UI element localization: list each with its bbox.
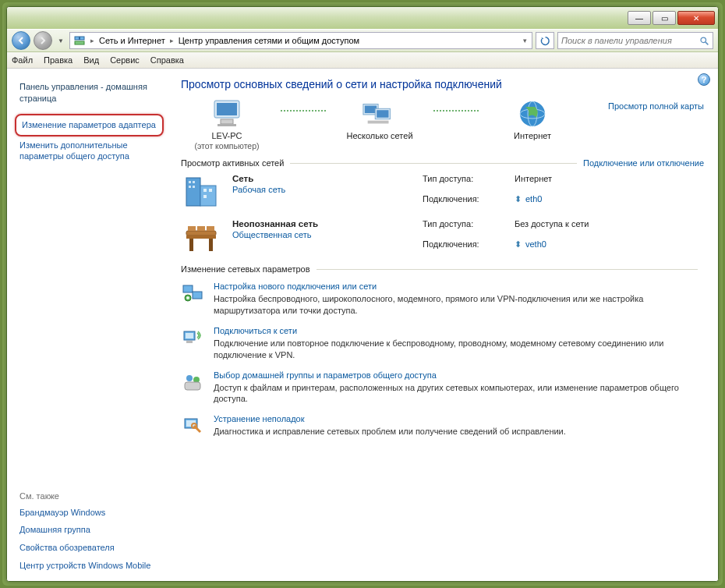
full-map-link[interactable]: Просмотр полной карты	[608, 101, 704, 111]
setting-troubleshoot: Устранение неполадок Диагностика и испра…	[181, 414, 704, 437]
main-content: ? Просмотр основных сведений о сети и на…	[167, 69, 718, 581]
map-pc[interactable]: LEV-PC (этот компьютер)	[181, 98, 273, 151]
svg-rect-19	[193, 181, 195, 183]
net2-access-label: Тип доступа:	[423, 219, 508, 236]
setting-connect-link[interactable]: Подключиться к сети	[214, 326, 704, 335]
network-panel-icon	[73, 34, 86, 47]
page-title: Просмотр основных сведений о сети и наст…	[181, 78, 704, 90]
setting-troubleshoot-desc: Диагностика и исправление сетевых пробле…	[214, 426, 566, 437]
svg-rect-37	[186, 333, 193, 338]
work-network-icon	[181, 174, 221, 211]
nav-row: ▼ ▸ Сеть и Интернет ▸ Центр управления с…	[7, 29, 718, 52]
net1-conn-label: Подключения:	[423, 194, 508, 211]
menu-file[interactable]: Файл	[12, 55, 33, 65]
svg-rect-0	[75, 37, 80, 40]
forward-button[interactable]	[34, 31, 52, 50]
net1-access-value: Интернет	[515, 174, 704, 191]
net1-access-label: Тип доступа:	[423, 174, 508, 191]
svg-rect-28	[189, 239, 193, 251]
globe-icon	[515, 98, 550, 129]
svg-point-3	[701, 37, 706, 43]
setting-new-conn-link[interactable]: Настройка нового подключения или сети	[214, 282, 704, 291]
setting-connect: Подключиться к сети Подключение или повт…	[181, 326, 704, 361]
nav-history-dropdown[interactable]: ▼	[55, 33, 66, 48]
network-map: LEV-PC (этот компьютер) Несколько сетей …	[181, 98, 704, 151]
maximize-button[interactable]: ▭	[652, 11, 676, 25]
sidebar-item-homegroup[interactable]: Домашняя группа	[15, 521, 164, 539]
map-multi[interactable]: Несколько сетей	[334, 98, 426, 141]
sidebar: Панель управления - домашняя страница Из…	[7, 69, 167, 581]
refresh-button[interactable]	[536, 32, 554, 49]
net2-conn-link[interactable]: ⬍veth0	[515, 239, 704, 257]
change-settings-header: Изменение сетевых параметров	[181, 264, 310, 274]
setting-homegroup: Выбор домашней группы и параметров общег…	[181, 370, 704, 406]
setting-homegroup-link[interactable]: Выбор домашней группы и параметров общег…	[214, 370, 704, 380]
svg-rect-26	[186, 231, 216, 236]
titlebar: — ▭ ✕	[7, 7, 718, 29]
network-item-1: Сеть Рабочая сеть Тип доступа: Интернет …	[181, 174, 704, 211]
menu-view[interactable]: Вид	[83, 55, 99, 65]
svg-rect-7	[221, 119, 233, 124]
search-input[interactable]	[561, 36, 699, 45]
net2-conn-label: Подключения:	[423, 239, 508, 257]
net2-access-value: Без доступа к сети	[515, 219, 704, 236]
svg-rect-27	[186, 236, 216, 239]
menu-service[interactable]: Сервис	[110, 55, 140, 65]
svg-rect-13	[368, 121, 389, 124]
connect-disconnect-link[interactable]: Подключение или отключение	[583, 158, 704, 168]
active-networks-header: Просмотр активных сетей	[181, 158, 284, 168]
net1-title: Сеть	[232, 174, 412, 183]
setting-homegroup-desc: Доступ к файлам и принтерам, расположенн…	[214, 382, 704, 406]
sidebar-item-ie-options[interactable]: Свойства обозревателя	[15, 539, 164, 557]
adapter-icon: ⬍	[515, 239, 522, 249]
svg-rect-32	[207, 226, 214, 231]
setting-connect-desc: Подключение или повторное подключение к …	[214, 338, 704, 361]
svg-rect-33	[183, 285, 193, 292]
sidebar-item-adapter-settings[interactable]: Изменение параметров адаптера	[15, 114, 164, 136]
net2-type-link[interactable]: Общественная сеть	[232, 230, 312, 239]
sidebar-item-sharing-settings[interactable]: Изменить дополнительные параметры общего…	[15, 136, 164, 166]
new-connection-icon	[181, 282, 204, 305]
breadcrumb-dropdown-icon[interactable]: ▾	[522, 37, 529, 44]
network-item-2: Неопознанная сеть Общественная сеть Тип …	[181, 219, 704, 257]
sidebar-item-home[interactable]: Панель управления - домашняя страница	[15, 78, 164, 108]
menu-edit[interactable]: Правка	[44, 55, 72, 65]
minimize-button[interactable]: —	[628, 11, 651, 25]
breadcrumb[interactable]: ▸ Сеть и Интернет ▸ Центр управления сет…	[69, 32, 532, 49]
svg-point-39	[186, 375, 193, 381]
setting-new-conn-desc: Настройка беспроводного, широкополосного…	[214, 293, 704, 317]
homegroup-icon	[181, 370, 204, 394]
setting-troubleshoot-link[interactable]: Устранение неполадок	[214, 414, 566, 423]
map-pc-sub: (этот компьютер)	[194, 141, 259, 151]
chevron-right-icon: ▸	[168, 37, 175, 44]
net1-type-link[interactable]: Рабочая сеть	[232, 185, 285, 194]
svg-rect-34	[193, 292, 202, 299]
search-box[interactable]	[557, 32, 713, 49]
help-icon[interactable]: ?	[698, 73, 710, 86]
net1-conn-link[interactable]: ⬍eth0	[515, 194, 704, 211]
svg-rect-24	[209, 189, 212, 192]
setting-new-connection: Настройка нового подключения или сети На…	[181, 282, 704, 317]
search-icon	[699, 36, 709, 46]
control-panel-window: — ▭ ✕ ▼ ▸ Сеть и Интернет ▸ Центр управл…	[6, 6, 719, 582]
breadcrumb-seg1[interactable]: Сеть и Интернет	[99, 36, 165, 45]
svg-rect-23	[203, 189, 207, 192]
breadcrumb-seg2[interactable]: Центр управления сетями и общим доступом	[179, 36, 359, 45]
connection-line-icon	[433, 110, 479, 112]
close-button[interactable]: ✕	[677, 11, 715, 25]
menu-help[interactable]: Справка	[150, 55, 184, 65]
svg-rect-6	[217, 103, 237, 115]
svg-line-4	[706, 42, 708, 44]
computer-icon	[209, 98, 245, 129]
svg-rect-20	[189, 186, 191, 188]
menu-bar: Файл Правка Вид Сервис Справка	[7, 52, 718, 69]
map-internet[interactable]: Интернет	[486, 98, 578, 141]
svg-rect-21	[193, 186, 195, 188]
svg-rect-1	[80, 37, 85, 40]
back-button[interactable]	[12, 31, 30, 50]
sidebar-item-firewall[interactable]: Брандмауэр Windows	[15, 504, 164, 522]
svg-rect-30	[188, 226, 196, 231]
map-pc-name: LEV-PC	[211, 131, 242, 141]
map-internet-name: Интернет	[514, 131, 551, 141]
sidebar-item-windows-mobile[interactable]: Центр устройств Windows Mobile	[15, 557, 164, 575]
